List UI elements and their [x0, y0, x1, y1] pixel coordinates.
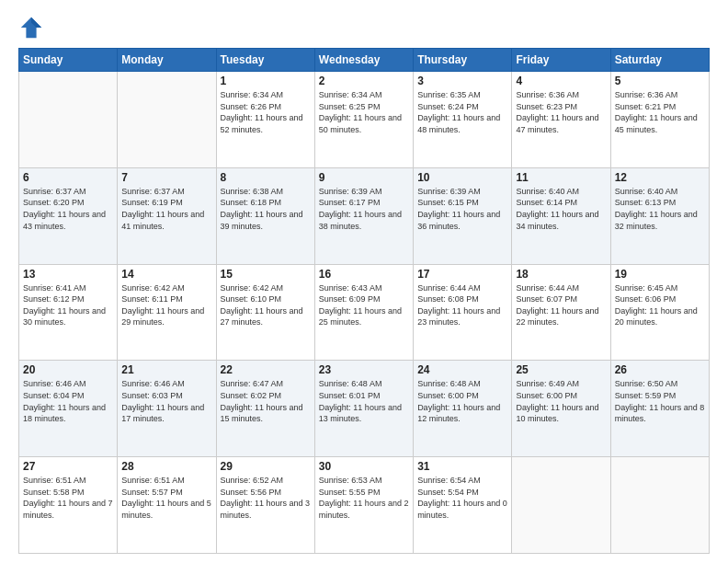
day-number: 26 — [615, 363, 705, 376]
calendar-cell: 4Sunrise: 6:36 AM Sunset: 6:23 PM Daylig… — [512, 72, 610, 168]
calendar-cell: 22Sunrise: 6:47 AM Sunset: 6:02 PM Dayli… — [216, 361, 314, 457]
calendar-cell: 24Sunrise: 6:48 AM Sunset: 6:00 PM Dayli… — [414, 361, 512, 457]
cell-info: Sunrise: 6:51 AM Sunset: 5:57 PM Dayligh… — [121, 475, 211, 521]
cell-info: Sunrise: 6:34 AM Sunset: 6:26 PM Dayligh… — [221, 89, 311, 135]
calendar-cell: 26Sunrise: 6:50 AM Sunset: 5:59 PM Dayli… — [610, 361, 709, 457]
day-number: 20 — [23, 363, 113, 376]
cell-info: Sunrise: 6:37 AM Sunset: 6:20 PM Dayligh… — [23, 186, 113, 232]
day-number: 1 — [221, 75, 311, 87]
calendar-cell: 28Sunrise: 6:51 AM Sunset: 5:57 PM Dayli… — [118, 457, 216, 554]
cell-info: Sunrise: 6:53 AM Sunset: 5:55 PM Dayligh… — [319, 475, 409, 521]
day-number: 22 — [221, 363, 311, 376]
calendar-cell: 5Sunrise: 6:36 AM Sunset: 6:21 PM Daylig… — [610, 72, 709, 168]
day-number: 16 — [319, 268, 409, 281]
day-number: 12 — [615, 171, 705, 184]
calendar-cell: 19Sunrise: 6:45 AM Sunset: 6:06 PM Dayli… — [610, 264, 709, 361]
cell-info: Sunrise: 6:45 AM Sunset: 6:06 PM Dayligh… — [615, 282, 705, 328]
day-number: 2 — [319, 75, 409, 87]
day-number: 8 — [221, 171, 311, 184]
cell-info: Sunrise: 6:37 AM Sunset: 6:19 PM Dayligh… — [121, 186, 211, 232]
calendar-cell: 27Sunrise: 6:51 AM Sunset: 5:58 PM Dayli… — [19, 457, 118, 554]
day-number: 9 — [319, 171, 409, 184]
cell-info: Sunrise: 6:51 AM Sunset: 5:58 PM Dayligh… — [23, 475, 113, 521]
cell-info: Sunrise: 6:39 AM Sunset: 6:17 PM Dayligh… — [319, 186, 409, 232]
logo-icon — [18, 15, 44, 40]
calendar-week-2: 6Sunrise: 6:37 AM Sunset: 6:20 PM Daylig… — [19, 167, 710, 264]
calendar-cell: 12Sunrise: 6:40 AM Sunset: 6:13 PM Dayli… — [610, 167, 709, 264]
day-number: 31 — [417, 460, 507, 473]
cell-info: Sunrise: 6:41 AM Sunset: 6:12 PM Dayligh… — [23, 282, 113, 328]
weekday-row: Sunday Monday Tuesday Wednesday Thursday… — [19, 49, 710, 72]
calendar-week-1: 1Sunrise: 6:34 AM Sunset: 6:26 PM Daylig… — [19, 72, 710, 168]
cell-info: Sunrise: 6:52 AM Sunset: 5:56 PM Dayligh… — [221, 475, 311, 521]
calendar-cell: 10Sunrise: 6:39 AM Sunset: 6:15 PM Dayli… — [414, 167, 512, 264]
logo — [18, 15, 50, 40]
cell-info: Sunrise: 6:43 AM Sunset: 6:09 PM Dayligh… — [319, 282, 409, 328]
calendar-cell: 2Sunrise: 6:34 AM Sunset: 6:25 PM Daylig… — [314, 72, 413, 168]
cell-info: Sunrise: 6:40 AM Sunset: 6:13 PM Dayligh… — [615, 186, 705, 232]
day-number: 13 — [23, 268, 113, 281]
calendar-header: Sunday Monday Tuesday Wednesday Thursday… — [19, 49, 710, 72]
cell-info: Sunrise: 6:48 AM Sunset: 6:00 PM Dayligh… — [417, 378, 507, 424]
day-number: 24 — [417, 363, 507, 376]
header-sunday: Sunday — [19, 49, 118, 72]
calendar-cell — [19, 72, 118, 168]
cell-info: Sunrise: 6:50 AM Sunset: 5:59 PM Dayligh… — [615, 378, 705, 424]
cell-info: Sunrise: 6:39 AM Sunset: 6:15 PM Dayligh… — [417, 186, 507, 232]
calendar-week-5: 27Sunrise: 6:51 AM Sunset: 5:58 PM Dayli… — [19, 457, 710, 554]
calendar-cell: 29Sunrise: 6:52 AM Sunset: 5:56 PM Dayli… — [216, 457, 314, 554]
cell-info: Sunrise: 6:36 AM Sunset: 6:21 PM Dayligh… — [615, 89, 705, 135]
cell-info: Sunrise: 6:46 AM Sunset: 6:04 PM Dayligh… — [23, 378, 113, 424]
header-saturday: Saturday — [610, 49, 709, 72]
cell-info: Sunrise: 6:35 AM Sunset: 6:24 PM Dayligh… — [417, 89, 507, 135]
calendar-cell: 6Sunrise: 6:37 AM Sunset: 6:20 PM Daylig… — [19, 167, 118, 264]
header-thursday: Thursday — [414, 49, 512, 72]
calendar-cell — [512, 457, 610, 554]
cell-info: Sunrise: 6:42 AM Sunset: 6:10 PM Dayligh… — [221, 282, 311, 328]
calendar-cell — [118, 72, 216, 168]
calendar-cell: 23Sunrise: 6:48 AM Sunset: 6:01 PM Dayli… — [314, 361, 413, 457]
day-number: 28 — [121, 460, 211, 473]
calendar-cell: 17Sunrise: 6:44 AM Sunset: 6:08 PM Dayli… — [414, 264, 512, 361]
day-number: 7 — [121, 171, 211, 184]
calendar-cell — [610, 457, 709, 554]
calendar-cell: 3Sunrise: 6:35 AM Sunset: 6:24 PM Daylig… — [414, 72, 512, 168]
day-number: 14 — [121, 268, 211, 281]
day-number: 27 — [23, 460, 113, 473]
cell-info: Sunrise: 6:44 AM Sunset: 6:08 PM Dayligh… — [417, 282, 507, 328]
calendar-cell: 7Sunrise: 6:37 AM Sunset: 6:19 PM Daylig… — [118, 167, 216, 264]
day-number: 17 — [417, 268, 507, 281]
day-number: 23 — [319, 363, 409, 376]
calendar-cell: 16Sunrise: 6:43 AM Sunset: 6:09 PM Dayli… — [314, 264, 413, 361]
calendar-cell: 31Sunrise: 6:54 AM Sunset: 5:54 PM Dayli… — [414, 457, 512, 554]
day-number: 5 — [615, 75, 705, 87]
cell-info: Sunrise: 6:38 AM Sunset: 6:18 PM Dayligh… — [221, 186, 311, 232]
cell-info: Sunrise: 6:44 AM Sunset: 6:07 PM Dayligh… — [516, 282, 606, 328]
cell-info: Sunrise: 6:48 AM Sunset: 6:01 PM Dayligh… — [319, 378, 409, 424]
calendar-cell: 30Sunrise: 6:53 AM Sunset: 5:55 PM Dayli… — [314, 457, 413, 554]
calendar-table: Sunday Monday Tuesday Wednesday Thursday… — [18, 48, 710, 554]
calendar-cell: 15Sunrise: 6:42 AM Sunset: 6:10 PM Dayli… — [216, 264, 314, 361]
day-number: 6 — [23, 171, 113, 184]
cell-info: Sunrise: 6:49 AM Sunset: 6:00 PM Dayligh… — [516, 378, 606, 424]
header-wednesday: Wednesday — [314, 49, 413, 72]
calendar-cell: 25Sunrise: 6:49 AM Sunset: 6:00 PM Dayli… — [512, 361, 610, 457]
day-number: 29 — [221, 460, 311, 473]
cell-info: Sunrise: 6:47 AM Sunset: 6:02 PM Dayligh… — [221, 378, 311, 424]
calendar-cell: 20Sunrise: 6:46 AM Sunset: 6:04 PM Dayli… — [19, 361, 118, 457]
day-number: 18 — [516, 268, 606, 281]
header — [18, 15, 710, 40]
calendar-cell: 9Sunrise: 6:39 AM Sunset: 6:17 PM Daylig… — [314, 167, 413, 264]
cell-info: Sunrise: 6:34 AM Sunset: 6:25 PM Dayligh… — [319, 89, 409, 135]
calendar-cell: 11Sunrise: 6:40 AM Sunset: 6:14 PM Dayli… — [512, 167, 610, 264]
calendar-cell: 8Sunrise: 6:38 AM Sunset: 6:18 PM Daylig… — [216, 167, 314, 264]
day-number: 3 — [417, 75, 507, 87]
day-number: 10 — [417, 171, 507, 184]
header-tuesday: Tuesday — [216, 49, 314, 72]
day-number: 25 — [516, 363, 606, 376]
cell-info: Sunrise: 6:40 AM Sunset: 6:14 PM Dayligh… — [516, 186, 606, 232]
page: Sunday Monday Tuesday Wednesday Thursday… — [0, 0, 728, 563]
day-number: 15 — [221, 268, 311, 281]
calendar-cell: 14Sunrise: 6:42 AM Sunset: 6:11 PM Dayli… — [118, 264, 216, 361]
day-number: 11 — [516, 171, 606, 184]
